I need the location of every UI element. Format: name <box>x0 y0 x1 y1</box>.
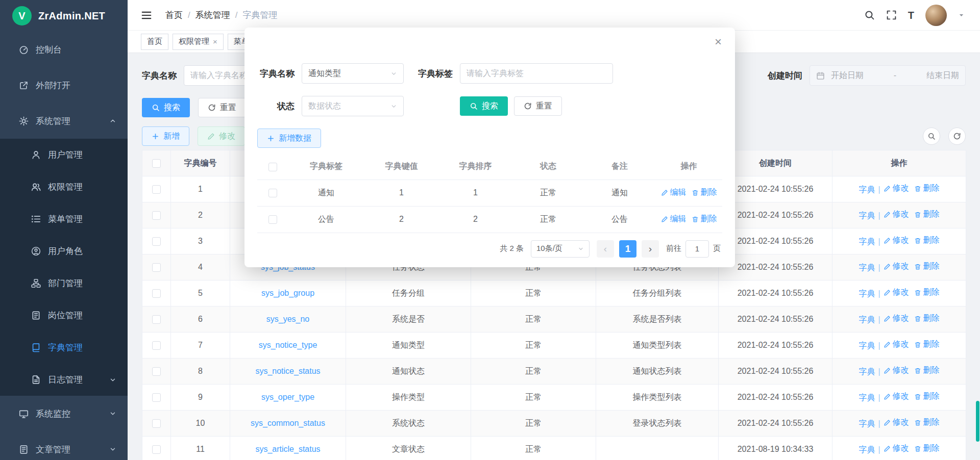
hamburger-icon[interactable] <box>141 10 152 21</box>
sidebar-item-articles[interactable]: 文章管理 <box>0 431 128 460</box>
next-page-button[interactable]: › <box>642 240 659 258</box>
delete-link[interactable]: 删除 <box>914 417 940 428</box>
table-search-toggle-button[interactable] <box>923 127 940 145</box>
page-size-select[interactable]: 10条/页 <box>531 240 590 258</box>
edit-link[interactable]: 编辑 <box>661 214 687 224</box>
row-checkbox[interactable] <box>152 211 161 220</box>
edit-link[interactable]: 修改 <box>884 261 909 272</box>
row-checkbox[interactable] <box>152 237 161 246</box>
dict-type-link[interactable]: sys_yes_no <box>266 315 310 323</box>
close-icon[interactable]: × <box>213 38 217 45</box>
edit-link[interactable]: 修改 <box>884 209 909 220</box>
dict-name-select[interactable]: 通知类型 <box>302 63 404 84</box>
tab-permissions[interactable]: 权限管理 × <box>173 34 224 50</box>
dict-data-link[interactable]: 字典 <box>859 289 875 299</box>
dict-type-link[interactable]: sys_job_group <box>261 289 314 297</box>
sidebar-item-monitor[interactable]: 系统监控 <box>0 396 128 431</box>
dict-type-link[interactable]: sys_notice_type <box>259 341 317 349</box>
scrollbar-thumb[interactable] <box>976 401 979 442</box>
dict-data-link[interactable]: 字典 <box>859 211 875 221</box>
sidebar-item-posts[interactable]: 岗位管理 <box>0 299 128 331</box>
select-all-checkbox[interactable] <box>268 163 277 171</box>
edit-link[interactable]: 修改 <box>884 235 909 246</box>
sidebar-item-system[interactable]: 系统管理 <box>0 103 128 139</box>
add-data-button[interactable]: 新增数据 <box>257 129 321 148</box>
sidebar-item-console[interactable]: 控制台 <box>0 32 128 67</box>
dict-data-link[interactable]: 字典 <box>859 185 875 195</box>
dict-data-link[interactable]: 字典 <box>859 367 875 377</box>
goto-page-input[interactable] <box>685 240 709 258</box>
sidebar-item-permissions[interactable]: 权限管理 <box>0 171 128 203</box>
dict-data-link[interactable]: 字典 <box>859 341 875 351</box>
tab-home[interactable]: 首页 <box>141 34 168 50</box>
row-checkbox[interactable] <box>152 289 161 298</box>
breadcrumb-home[interactable]: 首页 <box>165 9 183 21</box>
delete-link[interactable]: 删除 <box>914 339 940 350</box>
table-refresh-button[interactable] <box>948 127 966 145</box>
delete-link[interactable]: 删除 <box>914 313 940 324</box>
edit-link[interactable]: 修改 <box>884 183 909 194</box>
dict-type-link[interactable]: sys_common_status <box>251 419 325 427</box>
close-icon[interactable]: × <box>715 36 722 48</box>
row-checkbox[interactable] <box>152 185 161 194</box>
delete-link[interactable]: 删除 <box>914 365 940 376</box>
delete-link[interactable]: 删除 <box>914 183 940 194</box>
caret-down-icon[interactable] <box>958 12 965 18</box>
dict-type-link[interactable]: sys_notice_status <box>255 367 320 375</box>
edit-link[interactable]: 修改 <box>884 339 909 350</box>
row-checkbox[interactable] <box>152 341 161 350</box>
dict-data-link[interactable]: 字典 <box>859 263 875 273</box>
delete-link[interactable]: 删除 <box>914 209 940 220</box>
sidebar-item-users[interactable]: 用户管理 <box>0 139 128 171</box>
row-checkbox[interactable] <box>152 367 161 376</box>
edit-link[interactable]: 编辑 <box>661 187 687 198</box>
dict-type-link[interactable]: sys_article_status <box>255 445 320 453</box>
reset-button[interactable]: 重置 <box>198 98 246 117</box>
edit-link[interactable]: 修改 <box>884 287 909 298</box>
sidebar-item-roles[interactable]: 用户角色 <box>0 235 128 267</box>
row-checkbox[interactable] <box>152 445 161 454</box>
dict-type-link[interactable]: sys_oper_type <box>261 393 314 401</box>
dict-data-link[interactable]: 字典 <box>859 419 875 429</box>
edit-link[interactable]: 修改 <box>884 365 909 376</box>
edit-link[interactable]: 修改 <box>884 443 909 454</box>
dict-tag-input[interactable] <box>460 63 613 84</box>
delete-link[interactable]: 删除 <box>914 443 940 454</box>
delete-link[interactable]: 删除 <box>914 235 940 246</box>
edit-link[interactable]: 修改 <box>884 417 909 428</box>
edit-button[interactable]: 修改 <box>198 126 245 146</box>
edit-link[interactable]: 修改 <box>884 391 909 402</box>
page-number-1[interactable]: 1 <box>619 240 636 258</box>
status-select[interactable]: 数据状态 <box>302 96 404 116</box>
avatar[interactable] <box>925 5 947 26</box>
dict-data-link[interactable]: 字典 <box>859 393 875 403</box>
search-button[interactable]: 搜索 <box>142 98 190 117</box>
breadcrumb-section[interactable]: 系统管理 <box>195 9 230 21</box>
prev-page-button[interactable]: ‹ <box>597 240 614 258</box>
row-checkbox[interactable] <box>268 189 277 197</box>
add-button[interactable]: 新增 <box>142 126 189 146</box>
dict-data-link[interactable]: 字典 <box>859 237 875 247</box>
delete-link[interactable]: 删除 <box>914 287 940 298</box>
date-range-picker[interactable]: 开始日期 - 结束日期 <box>810 65 966 86</box>
fullscreen-icon[interactable] <box>886 10 897 20</box>
delete-link[interactable]: 删除 <box>692 187 717 198</box>
dict-data-link[interactable]: 字典 <box>859 315 875 325</box>
row-checkbox[interactable] <box>152 419 161 428</box>
select-all-checkbox[interactable] <box>152 159 161 168</box>
dialog-reset-button[interactable]: 重置 <box>514 96 562 116</box>
row-checkbox[interactable] <box>152 263 161 272</box>
row-checkbox[interactable] <box>268 215 277 224</box>
sidebar-item-dictionary[interactable]: 字典管理 <box>0 331 128 364</box>
sidebar-item-external[interactable]: 外部打开 <box>0 67 128 103</box>
search-icon[interactable] <box>864 10 875 20</box>
dict-data-link[interactable]: 字典 <box>859 445 875 455</box>
sidebar-item-menus[interactable]: 菜单管理 <box>0 203 128 235</box>
row-checkbox[interactable] <box>152 315 161 324</box>
edit-link[interactable]: 修改 <box>884 313 909 324</box>
delete-link[interactable]: 删除 <box>692 214 717 224</box>
sidebar-item-departments[interactable]: 部门管理 <box>0 267 128 299</box>
delete-link[interactable]: 删除 <box>914 261 940 272</box>
dialog-search-button[interactable]: 搜索 <box>460 96 508 116</box>
row-checkbox[interactable] <box>152 393 161 402</box>
